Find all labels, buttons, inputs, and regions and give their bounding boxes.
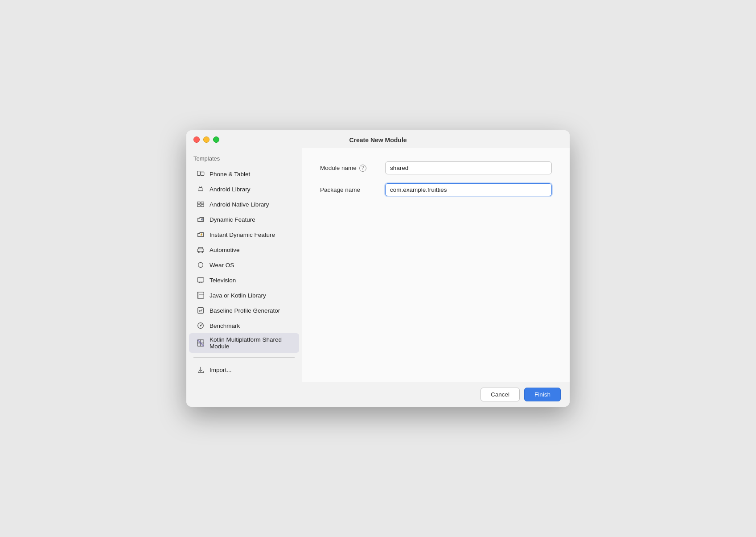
svg-point-11 (198, 263, 203, 268)
dynamic-feature-icon (196, 215, 205, 224)
android-native-library-icon (196, 200, 205, 209)
svg-rect-6 (201, 205, 204, 207)
sidebar-item-baseline-profile-generator-label: Baseline Profile Generator (210, 307, 280, 314)
instant-dynamic-feature-icon (196, 230, 205, 239)
package-name-input[interactable] (385, 183, 552, 196)
sidebar-item-dynamic-feature-label: Dynamic Feature (210, 216, 255, 223)
svg-rect-19 (198, 308, 204, 314)
package-name-row: Package name (320, 183, 552, 196)
main-panel: Module name ? Package name (302, 148, 570, 382)
android-library-icon (196, 185, 205, 194)
create-new-module-dialog: Create New Module Templates Phone & Tabl… (186, 130, 570, 407)
maximize-button[interactable] (213, 136, 219, 143)
module-name-label: Module name ? (320, 165, 378, 172)
sidebar-item-android-library[interactable]: Android Library (189, 182, 299, 197)
sidebar-item-television-label: Television (210, 277, 236, 284)
sidebar-item-automotive-label: Automotive (210, 247, 240, 253)
television-icon (196, 276, 205, 285)
sidebar-item-phone-tablet[interactable]: Phone & Tablet (189, 166, 299, 182)
sidebar: Templates Phone & Tablet (186, 148, 302, 382)
sidebar-item-instant-dynamic-feature-label: Instant Dynamic Feature (210, 231, 275, 238)
sidebar-item-android-native-library-label: Android Native Library (210, 201, 269, 208)
kotlin-multiplatform-icon (196, 339, 205, 347)
sidebar-item-benchmark[interactable]: Benchmark (189, 318, 299, 333)
sidebar-item-import[interactable]: Import... (189, 362, 299, 377)
module-name-help-icon[interactable]: ? (359, 165, 366, 172)
sidebar-item-java-kotlin-library-label: Java or Kotlin Library (210, 292, 266, 299)
close-button[interactable] (193, 136, 200, 143)
traffic-lights (193, 136, 219, 143)
phone-tablet-icon (196, 169, 205, 178)
wear-os-icon (196, 260, 205, 269)
title-bar: Create New Module (186, 130, 570, 148)
sidebar-item-instant-dynamic-feature[interactable]: Instant Dynamic Feature (189, 227, 299, 242)
sidebar-item-kotlin-multiplatform-label: Kotlin Multiplatform Shared Module (210, 336, 292, 350)
dialog-body: Templates Phone & Tablet (186, 148, 570, 382)
svg-rect-3 (197, 202, 200, 204)
sidebar-item-automotive[interactable]: Automotive (189, 242, 299, 257)
svg-rect-4 (201, 202, 204, 204)
minimize-button[interactable] (203, 136, 210, 143)
svg-rect-5 (197, 205, 200, 207)
sidebar-item-import-label: Import... (210, 367, 232, 373)
baseline-profile-generator-icon (196, 306, 205, 315)
sidebar-item-benchmark-label: Benchmark (210, 322, 240, 329)
module-name-row: Module name ? (320, 161, 552, 174)
sidebar-item-kotlin-multiplatform[interactable]: Kotlin Multiplatform Shared Module (189, 333, 299, 353)
sidebar-item-baseline-profile-generator[interactable]: Baseline Profile Generator (189, 303, 299, 318)
dialog-footer: Cancel Finish (186, 382, 570, 407)
svg-rect-12 (197, 278, 204, 282)
java-kotlin-library-icon (196, 291, 205, 300)
cancel-button[interactable]: Cancel (481, 388, 520, 401)
svg-point-7 (201, 219, 203, 220)
sidebar-item-java-kotlin-library[interactable]: Java or Kotlin Library (189, 288, 299, 303)
import-icon (196, 365, 205, 374)
sidebar-item-television[interactable]: Television (189, 273, 299, 288)
package-name-label: Package name (320, 186, 378, 193)
sidebar-divider (193, 357, 295, 358)
svg-point-10 (202, 252, 203, 253)
module-name-input[interactable] (385, 161, 552, 174)
svg-rect-16 (197, 292, 204, 298)
sidebar-item-wear-os[interactable]: Wear OS (189, 257, 299, 273)
finish-button[interactable]: Finish (524, 388, 561, 401)
benchmark-icon (196, 321, 205, 330)
sidebar-item-android-library-label: Android Library (210, 186, 251, 193)
sidebar-item-phone-tablet-label: Phone & Tablet (210, 171, 250, 178)
automotive-icon (196, 245, 205, 254)
sidebar-item-dynamic-feature[interactable]: Dynamic Feature (189, 212, 299, 227)
svg-point-21 (200, 325, 201, 326)
sidebar-item-wear-os-label: Wear OS (210, 262, 234, 268)
svg-rect-0 (197, 171, 200, 176)
sidebar-section-label: Templates (186, 153, 302, 166)
sidebar-item-android-native-library[interactable]: Android Native Library (189, 197, 299, 212)
window-title: Create New Module (349, 136, 407, 144)
svg-point-9 (198, 252, 200, 253)
svg-rect-1 (201, 172, 204, 176)
